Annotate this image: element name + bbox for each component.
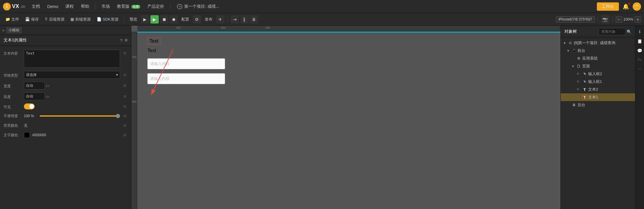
backend-resource-button[interactable]: ⠿ 后端资源 — [42, 16, 67, 23]
space-type-select[interactable]: 请选择 ▾ — [24, 71, 120, 79]
avatar[interactable]: 😊 — [633, 2, 641, 11]
preview-button[interactable]: 预览 — [127, 16, 140, 23]
opacity-row: 不透明度 100 % ⧉ — [0, 111, 131, 121]
layout-button-3[interactable]: 🖥 — [250, 15, 258, 24]
width-row: 宽度 px ⧉ — [0, 80, 131, 91]
publish-label: 发布 — [205, 17, 212, 22]
nav-education[interactable]: 教育版 免费 — [114, 3, 143, 10]
text-color-label: 文字颜色 — [4, 133, 21, 138]
zoom-plus-button[interactable]: + — [634, 16, 641, 23]
nav-courses[interactable]: 课程 — [62, 3, 77, 10]
device-selector[interactable]: iPhone6/7/8 375*667 — [556, 16, 595, 23]
panel-menu-icon[interactable]: ≡ — [125, 38, 127, 43]
tree-item-frontend[interactable]: ▼ 📱 前台 — [561, 47, 635, 55]
frontend-resource-button[interactable]: ▦ 前端资源 — [68, 16, 93, 23]
eye-icon-text2[interactable]: 👁 — [576, 87, 580, 92]
tree-label-project: [9]第一个项目: 成绩查询 — [574, 40, 633, 46]
tree-item-project[interactable]: ▼ ⊙ [9]第一个项目: 成绩查询 — [561, 39, 635, 47]
copy-icon-textcolor[interactable]: ⧉ — [122, 132, 127, 138]
layers-icon-btn[interactable]: 📋 — [636, 38, 643, 45]
config-icon-button[interactable]: ⚙ — [193, 15, 201, 24]
text-element-2[interactable]: Text — [147, 48, 156, 53]
copy-icon-visible[interactable]: ⧉ — [122, 103, 127, 110]
search-area: 🔍 — [599, 28, 631, 35]
eye-icon-input1[interactable]: 👁 — [576, 80, 580, 84]
small-module-tag[interactable]: 小模块 — [6, 27, 22, 33]
nav-demo[interactable]: Demo — [44, 3, 61, 10]
save-label: 保存 — [31, 17, 39, 22]
text-color-swatch[interactable] — [24, 132, 30, 138]
canvas-content[interactable]: Text Text 请输入内容 请输入内容 — [137, 32, 560, 209]
stop-button[interactable]: ⏹ — [160, 15, 168, 24]
width-input[interactable] — [24, 82, 45, 89]
eye-icon-text1[interactable]: 👁 — [576, 95, 580, 99]
project-label: 第一个项目: 成绩... — [184, 4, 219, 9]
copy-icon-text[interactable]: ⧉ — [122, 50, 127, 56]
fx-icon-btn[interactable]: Fx — [637, 57, 643, 63]
nav-market[interactable]: 市场 — [98, 3, 113, 10]
tree-item-input1[interactable]: 👁 ✎ 输入框1 — [561, 78, 635, 86]
bg-color-value: 无 — [24, 123, 120, 128]
tree-item-text1[interactable]: 👁 T 文本1 — [561, 93, 635, 101]
right-icons-panel: ℹ 📋 💬 Fx ↔ — [635, 26, 644, 209]
layout-button-1[interactable]: ⇥ — [231, 15, 239, 24]
search-icon[interactable]: 🔍 — [627, 30, 631, 34]
tree-item-appsystem[interactable]: ▶ ⚙ 应用系统 — [561, 55, 635, 62]
publish-icon-button[interactable]: ✈ — [216, 15, 224, 24]
tree-item-input2[interactable]: 👁 ✎ 输入框2 — [561, 70, 635, 78]
space-type-value: 请选择 — [26, 72, 37, 78]
nav-pricing[interactable]: 产品定价 — [144, 3, 167, 10]
copy-icon-height[interactable]: ⧉ — [122, 93, 127, 100]
copy-icon-bg[interactable]: ⧉ — [122, 122, 127, 129]
tree-item-text2[interactable]: 👁 T 文本2 — [561, 86, 635, 93]
input-field-2[interactable]: 请输入内容 — [147, 73, 225, 84]
logo-i-icon: i — [3, 3, 11, 10]
copy-icon-space[interactable]: ⧉ — [122, 72, 127, 78]
project-icon: ⊙ — [177, 4, 182, 9]
eye-icon-input2[interactable]: 👁 — [576, 72, 580, 76]
record-button[interactable]: ⏺ — [170, 15, 178, 24]
help-icon[interactable]: ? — [120, 38, 122, 43]
tree-item-page[interactable]: ▼ 🗋 页面 — [561, 62, 635, 70]
zoom-minus-button[interactable]: − — [616, 16, 622, 23]
play-button[interactable]: ▶ — [141, 15, 149, 24]
copy-icon-width[interactable]: ⧉ — [122, 82, 127, 89]
visible-label: 可见 — [4, 103, 21, 110]
workspace-button[interactable]: 工作台 — [597, 2, 619, 11]
save-button[interactable]: 💾 保存 — [23, 16, 41, 23]
play-green-button[interactable]: ▶ — [150, 15, 159, 24]
nav-help[interactable]: 帮助 — [78, 3, 92, 10]
backend-tree-icon: 🖥 — [571, 103, 576, 107]
file-button[interactable]: 📁 文件 — [3, 16, 21, 23]
ruler-top: 100 200 300 — [137, 26, 560, 32]
swap-icon-btn[interactable]: ↔ — [637, 65, 643, 72]
info-icon-btn[interactable]: ℹ — [638, 28, 642, 35]
opacity-slider[interactable] — [40, 115, 120, 117]
chat-icon-btn[interactable]: 💬 — [636, 47, 643, 54]
layout-button-2[interactable]: ‖ — [240, 15, 249, 24]
text-element-1-selected[interactable]: Text — [147, 38, 160, 45]
ruler-mark-left-100: 100 — [132, 55, 136, 58]
notification-button[interactable]: 🔔 — [620, 2, 631, 11]
height-input[interactable] — [24, 92, 45, 100]
sdk-resource-button[interactable]: 📄 SDK资源 — [94, 16, 121, 23]
config-button[interactable]: 配置 — [179, 16, 192, 23]
copy-icon-opacity[interactable]: ⧉ — [122, 113, 127, 119]
text2-tree-icon: T — [582, 87, 587, 92]
tree-item-backend[interactable]: ▶ 🖥 后台 — [561, 101, 635, 109]
input-field-1[interactable]: 请输入内容 — [147, 58, 225, 69]
search-input[interactable] — [599, 28, 625, 35]
visible-toggle[interactable] — [24, 103, 35, 109]
right-panel: 对象树 🔍 ▼ ⊙ [9]第一个项目: 成绩查询 ▼ 📱 前台 ▶ — [560, 26, 635, 209]
publish-button[interactable]: 发布 — [202, 16, 215, 23]
opacity-value: 100 % — [24, 114, 37, 118]
nav-docs[interactable]: 文档 — [29, 3, 43, 10]
nav-project[interactable]: ⊙ 第一个项目: 成绩... — [173, 3, 223, 10]
logo[interactable]: i VX .cn — [3, 3, 25, 10]
collapse-button[interactable]: « — [2, 28, 4, 32]
ruler-mark-100: 100 — [176, 26, 181, 29]
text-content-input[interactable]: Text — [24, 50, 120, 68]
bg-color-label: 背景颜色 — [4, 123, 21, 128]
camera-icon-button[interactable]: 📷 — [601, 15, 609, 24]
sdk-icon: 📄 — [97, 17, 101, 21]
